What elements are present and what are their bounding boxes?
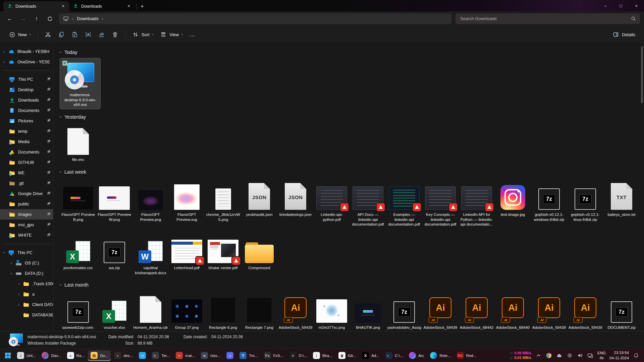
file-tile[interactable]: Xjsonformatter.csv (60, 231, 96, 272)
explorer-tab[interactable]: Downloads× (3, 1, 69, 11)
chrome-icon[interactable] (545, 352, 552, 359)
file-tile[interactable]: TXTbaileys_store.txt (603, 178, 640, 219)
file-tile[interactable]: Rectangle 7.png (241, 291, 277, 331)
file-tile[interactable]: test-image.jpg (495, 178, 531, 219)
chevron-right-icon[interactable]: › (15, 302, 23, 307)
view-button[interactable]: View › (157, 29, 186, 40)
chevron-right-icon[interactable]: › (102, 16, 103, 21)
chevron-down-icon[interactable]: › (7, 271, 15, 276)
file-tile[interactable]: Group 37.png (169, 291, 205, 331)
taskbar-app[interactable]: FxFxS... (261, 350, 286, 361)
chevron-up-icon[interactable] (535, 352, 542, 359)
taskbar-app[interactable]: nniss... (198, 350, 223, 361)
file-tile[interactable]: FlavorGPT Preview B.png (60, 178, 96, 224)
file-tile[interactable]: AiAIAdobeStock_594399656 [Converted] cop… (422, 291, 459, 331)
taskbar-app[interactable]: >_Ter... (149, 350, 172, 361)
minimize-button[interactable]: – (598, 0, 613, 11)
taskbar-app[interactable]: TTro... (237, 350, 260, 361)
file-tile[interactable]: AiAIAdobeStock_684425862.ai (459, 291, 495, 331)
file-tile[interactable]: AiAIAdobeStock_684401528.ai (495, 291, 531, 331)
chevron-right-icon[interactable]: › (0, 49, 8, 54)
brightness-icon[interactable] (566, 352, 573, 359)
file-tile[interactable]: BHAUTIK.png (350, 291, 386, 331)
sort-button[interactable]: Sort › (129, 29, 157, 40)
sidebar-item-google-drive[interactable]: Google Drive (0, 188, 53, 199)
sidebar-item-this-pc[interactable]: This PC (0, 74, 53, 84)
file-tile[interactable]: file.enc (60, 123, 96, 164)
chevron-down-icon[interactable]: › (0, 250, 8, 255)
sidebar-item-temp[interactable]: temp (0, 126, 53, 136)
file-tile[interactable]: AiAIAdobeStock_594399656.ai (567, 291, 603, 331)
more-options-button[interactable]: … (186, 31, 199, 38)
paste-button[interactable] (68, 29, 82, 40)
taskbar-app[interactable]: >D:\... (287, 350, 310, 361)
file-tile[interactable]: Wvajubhai krishanapark.docx (132, 231, 169, 277)
back-button[interactable]: ← (4, 13, 15, 24)
taskbar-app[interactable]: ‹› (136, 350, 149, 361)
sidebar-item--trash-1000[interactable]: ›.Trash-1000 (0, 279, 53, 289)
vertical-scrollbar[interactable] (641, 45, 643, 330)
sidebar-item-bhautik-yesbh[interactable]: ›Bhautik - YESBH (0, 46, 53, 57)
sidebar-item-documents[interactable]: Documents (0, 105, 53, 116)
file-tile[interactable]: API Docs — linkedin-api documentation.pd… (350, 178, 386, 229)
cloud-icon[interactable] (556, 352, 562, 359)
file-tile[interactable]: chrome_J8sk1zrvWS.png (205, 178, 241, 224)
close-button[interactable]: × (629, 0, 644, 11)
sidebar-item-msi-gpo[interactable]: msi_gpo (0, 220, 53, 230)
sidebar-item-os-c-[interactable]: ›OS (C:) (0, 258, 53, 268)
new-tab-button[interactable]: + (138, 2, 147, 11)
copy-button[interactable] (55, 29, 68, 40)
file-tile[interactable]: Rectangle 6.png (205, 291, 241, 331)
file-tile[interactable]: 7zgophish-v0.12.1-windows-64bit.zip (531, 178, 567, 224)
taskbar-app[interactable]: iBha... (310, 350, 335, 361)
chevron-right-icon[interactable]: › (7, 261, 15, 265)
file-tile[interactable]: Compressed (241, 231, 277, 272)
file-tile[interactable]: AiAIAdobeStock_594399656 [Converted].ai (277, 291, 314, 331)
chevron-right-icon[interactable]: › (0, 60, 8, 64)
sidebar-item-me[interactable]: ME (0, 168, 53, 178)
taskbar-app[interactable]: Rele... (427, 350, 453, 361)
file-tile[interactable]: LetterHead.pdf (169, 231, 205, 272)
chevron-right-icon[interactable]: › (15, 292, 23, 297)
forward-button[interactable]: → (17, 13, 29, 24)
clock[interactable]: 23:19:54 04-11-2024 (609, 350, 629, 361)
volume-icon[interactable] (577, 352, 583, 359)
file-tile[interactable]: Homem_Aranha.cdr (132, 291, 169, 331)
taskbar-app[interactable]: ▣Do... (88, 350, 111, 361)
file-tile[interactable]: AiAIAdobeStock_594399656 - Copy.ai (531, 291, 567, 331)
file-tile[interactable]: FlavorGPT Preview W.png (96, 178, 132, 224)
section-header[interactable]: ›Last month (60, 281, 640, 289)
file-tile[interactable]: 7zgophish-v0.12.1-linux-64bit.zip (567, 178, 603, 224)
taskbar-app[interactable]: >_C:\... (383, 350, 406, 361)
sidebar-item-downloads[interactable]: Downloads (0, 95, 53, 105)
sidebar-item-data-d-[interactable]: ›DATA (D:) (0, 268, 53, 279)
file-tile[interactable]: FlavorGPT Preview.png (132, 178, 169, 224)
file-tile[interactable]: ✓mattermost-desktop-5.9.0-win-x64.msi (60, 58, 100, 109)
taskbar-app[interactable]: RGRed... (454, 350, 479, 361)
file-tile[interactable]: JSONbrindadesings.json (277, 178, 314, 219)
chevron-right-icon[interactable]: › (15, 282, 23, 286)
section-header[interactable]: ›Yesterday (60, 113, 640, 121)
sidebar-item-this-pc[interactable]: ›This PC (0, 247, 53, 258)
file-tile[interactable]: Xvoucher.xlsx (96, 291, 132, 331)
taskbar-app[interactable]: ●des... (111, 350, 136, 361)
file-tile[interactable]: Examples — linkedin-api documentation.pd… (386, 178, 422, 229)
maximize-button[interactable]: □ (613, 0, 629, 11)
details-pane-button[interactable]: Details (609, 29, 639, 40)
file-tile[interactable]: JSONyesbhautik.json (241, 178, 277, 219)
file-tile[interactable]: 7zsaveweb2zip-com-www-harness-io.zip (60, 291, 96, 331)
file-tile[interactable]: FlavorGPT Preview.svg (169, 178, 205, 224)
refresh-button[interactable] (44, 13, 56, 24)
sidebar-item-media[interactable]: Media (0, 136, 53, 147)
rename-button[interactable] (82, 29, 95, 40)
cast-display-icon[interactable] (587, 352, 594, 359)
taskbar-app[interactable]: ꞡGit... (336, 350, 359, 361)
delete-button[interactable] (108, 29, 122, 40)
sidebar-item--git[interactable]: .git (0, 178, 53, 188)
sidebar-item-pictures[interactable]: Pictures (0, 116, 53, 126)
file-tile[interactable]: 7zyashvidotdev_AssignmentRepo-main.zip (386, 291, 422, 331)
section-header[interactable]: ›Today (60, 48, 640, 56)
sidebar-item-client-data[interactable]: ›Client DATA (0, 299, 53, 310)
sidebar-item-desktop[interactable]: Desktop (0, 84, 53, 95)
sidebar-item-github[interactable]: GITHUB (0, 157, 53, 168)
